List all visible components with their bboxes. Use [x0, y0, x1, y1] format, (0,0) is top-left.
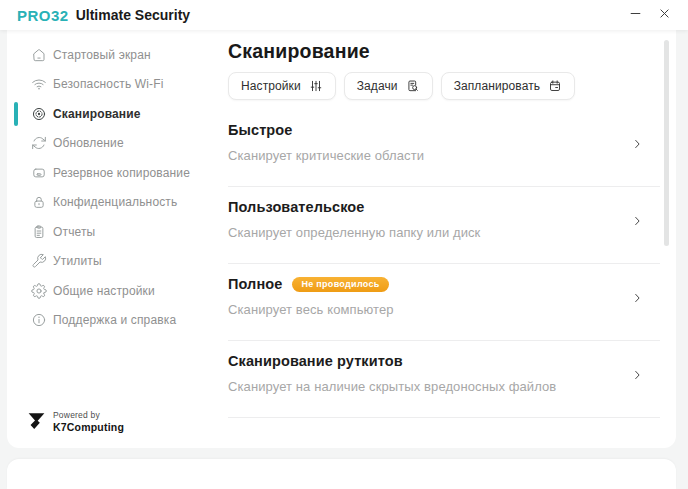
sidebar-item-backup[interactable]: Резервное копирование — [7, 158, 219, 188]
scan-title: Полное — [228, 276, 282, 292]
sidebar-item-label: Утилиты — [53, 254, 102, 268]
scan-tasks-button[interactable]: Задачи — [344, 72, 433, 100]
button-label: Настройки — [241, 79, 301, 93]
sidebar-item-update[interactable]: Обновление — [7, 129, 219, 159]
button-label: Запланировать — [454, 79, 540, 93]
powered-by: Powered by K7Computing — [26, 410, 124, 433]
status-badge: Не проводилось — [292, 277, 388, 292]
report-icon — [31, 224, 47, 240]
sidebar-item-label: Безопасность Wi-Fi — [53, 77, 164, 91]
app-title: Ultimate Security — [76, 7, 190, 23]
chevron-right-icon — [630, 137, 644, 151]
sidebar-item-reports[interactable]: Отчеты — [7, 217, 219, 247]
powered-by-label: Powered by — [53, 410, 124, 420]
close-icon — [657, 6, 672, 25]
gear-icon — [31, 283, 47, 299]
sidebar-item-label: Стартовый экран — [53, 48, 151, 62]
scan-title: Быстрое — [228, 122, 292, 138]
scan-subtitle: Сканирует весь компьютер — [228, 302, 394, 317]
minimize-button[interactable] — [625, 5, 645, 25]
scrollbar-thumb[interactable] — [664, 40, 669, 246]
titlebar: PRO32 Ultimate Security — [0, 0, 688, 30]
sidebar-item-label: Конфиденциальность — [53, 195, 177, 209]
k7computing-logo-icon — [26, 410, 47, 432]
page-title: Сканирование — [228, 40, 370, 63]
k7computing-label: K7Computing — [53, 421, 124, 433]
refresh-icon — [31, 135, 47, 151]
scan-subtitle: Сканирует на наличие скрытых вредоносных… — [228, 379, 556, 394]
sidebar-item-label: Резервное копирование — [53, 166, 190, 180]
scan-toolbar: НастройкиЗадачиЗапланировать — [228, 72, 575, 100]
wifi-icon — [31, 76, 47, 92]
chevron-right-icon — [630, 214, 644, 228]
bottom-panel — [7, 459, 676, 489]
sidebar-item-label: Поддержка и справка — [53, 313, 176, 327]
scan-subtitle: Сканирует критические области — [228, 148, 424, 163]
chevron-right-icon — [630, 368, 644, 382]
scan-icon — [31, 106, 47, 122]
minimize-icon — [628, 6, 643, 25]
scan-list: БыстроеСканирует критические областиПоль… — [228, 110, 660, 418]
wrench-icon — [31, 253, 47, 269]
sidebar-item-label: Сканирование — [53, 107, 141, 121]
sidebar-nav: Стартовый экранБезопасность Wi-FiСканиро… — [7, 40, 219, 335]
scan-schedule-button[interactable]: Запланировать — [441, 72, 575, 100]
tasks-icon — [406, 79, 420, 93]
sidebar-item-label: Общие настройки — [53, 284, 155, 298]
scan-title: Сканирование руткитов — [228, 353, 403, 369]
backup-icon — [31, 165, 47, 181]
sidebar-item-utilities[interactable]: Утилиты — [7, 247, 219, 277]
close-button[interactable] — [654, 5, 674, 25]
scan-row-full[interactable]: ПолноеНе проводилосьСканирует весь компь… — [228, 264, 660, 341]
calendar-icon — [548, 79, 562, 93]
sidebar-item-label: Обновление — [53, 136, 124, 150]
scan-row-rootkit[interactable]: Сканирование руткитовСканирует на наличи… — [228, 341, 660, 418]
scan-subtitle: Сканирует определенную папку или диск — [228, 225, 480, 240]
info-icon — [31, 312, 47, 328]
app-logo: PRO32 — [17, 7, 69, 24]
sidebar-item-privacy[interactable]: Конфиденциальность — [7, 188, 219, 218]
scan-row-quick[interactable]: БыстроеСканирует критические области — [228, 110, 660, 187]
sidebar-item-label: Отчеты — [53, 225, 95, 239]
scan-settings-button[interactable]: Настройки — [228, 72, 336, 100]
chevron-right-icon — [630, 291, 644, 305]
button-label: Задачи — [357, 79, 398, 93]
home-icon — [31, 47, 47, 63]
sidebar-item-wifi-security[interactable]: Безопасность Wi-Fi — [7, 70, 219, 100]
sidebar-item-support[interactable]: Поддержка и справка — [7, 306, 219, 336]
sidebar-item-settings[interactable]: Общие настройки — [7, 276, 219, 306]
sidebar-item-start-screen[interactable]: Стартовый экран — [7, 40, 219, 70]
sliders-icon — [309, 79, 323, 93]
lock-icon — [31, 194, 47, 210]
scan-title: Пользовательское — [228, 199, 364, 215]
window-controls — [625, 5, 674, 25]
sidebar-item-scan[interactable]: Сканирование — [7, 99, 219, 129]
scan-row-custom[interactable]: ПользовательскоеСканирует определенную п… — [228, 187, 660, 264]
